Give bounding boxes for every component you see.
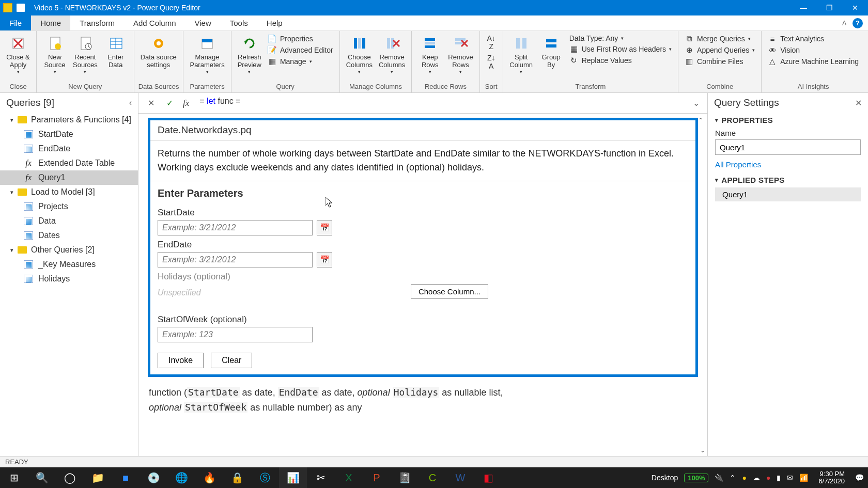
text-analytics-button[interactable]: ≡Text Analytics: [768, 34, 859, 43]
remove-rows-button[interactable]: Remove Rows▾: [446, 33, 475, 75]
expand-formula-button[interactable]: ⌄: [689, 96, 703, 111]
cancel-formula-button[interactable]: ✕: [143, 96, 159, 111]
recent-sources-button[interactable]: Recent Sources▾: [71, 33, 100, 75]
refresh-preview-button[interactable]: Refresh Preview▾: [236, 33, 264, 75]
properties-section[interactable]: ▾PROPERTIES: [715, 116, 861, 124]
keep-rows-button[interactable]: Keep Rows▾: [416, 33, 444, 75]
manage-button[interactable]: ▦Manage ▾: [268, 57, 333, 66]
view-tab[interactable]: View: [185, 15, 221, 30]
properties-button[interactable]: 📄Properties: [268, 34, 333, 43]
param-startofweek-input[interactable]: [158, 327, 313, 342]
clear-button[interactable]: Clear: [211, 353, 252, 368]
param-enddate-input[interactable]: [158, 252, 313, 267]
manage-parameters-button[interactable]: Manage Parameters▾: [188, 33, 226, 75]
ribbon-collapse-icon[interactable]: ᐱ: [842, 20, 846, 27]
task-red-icon[interactable]: ◧: [474, 467, 502, 488]
calendar-icon[interactable]: 📅: [317, 252, 332, 267]
tools-tab[interactable]: Tools: [221, 15, 257, 30]
scroll-down-icon[interactable]: ⌄: [700, 447, 705, 454]
split-column-button[interactable]: Split Column▾: [507, 33, 535, 75]
tray-bt-icon[interactable]: ▮: [777, 474, 781, 482]
help-tab[interactable]: Help: [257, 15, 292, 30]
choose-column-button[interactable]: Choose Column...: [411, 284, 488, 299]
applied-steps-section[interactable]: ▾APPLIED STEPS: [715, 176, 861, 184]
collapse-icon[interactable]: ‹: [129, 98, 132, 107]
task-zoom-icon[interactable]: ■: [112, 467, 140, 488]
task-disc-icon[interactable]: 💿: [140, 467, 167, 488]
datasource-settings-button[interactable]: Data source settings: [138, 33, 179, 70]
notifications-icon[interactable]: 💬: [855, 474, 864, 482]
all-properties-link[interactable]: All Properties: [715, 160, 761, 169]
task-excel-icon[interactable]: X: [335, 467, 363, 488]
task-explorer-icon[interactable]: 📁: [84, 467, 112, 488]
invoke-button[interactable]: Invoke: [158, 353, 204, 368]
group-by-button[interactable]: Group By: [537, 33, 565, 70]
replace-values-button[interactable]: ↻Replace Values: [569, 56, 672, 65]
tray-icon[interactable]: ●: [742, 474, 746, 482]
chevron-up-icon[interactable]: ⌃: [730, 474, 736, 482]
task-camtasia-icon[interactable]: C: [419, 467, 446, 488]
vision-button[interactable]: 👁Vision: [768, 45, 859, 55]
close-apply-button[interactable]: Close & Apply▾: [4, 33, 32, 75]
fx-icon[interactable]: fx: [180, 98, 192, 108]
calendar-icon[interactable]: 📅: [317, 220, 332, 235]
tree-folder[interactable]: ▾Other Queries [2]: [0, 243, 138, 257]
clock[interactable]: 9:30 PM6/7/2020: [814, 470, 849, 485]
task-powerpoint-icon[interactable]: P: [363, 467, 391, 488]
append-queries-button[interactable]: ⊕Append Queries ▾: [685, 45, 755, 55]
onedrive-icon[interactable]: ☁: [753, 474, 760, 482]
minimize-button[interactable]: —: [791, 0, 816, 15]
enter-data-button[interactable]: Enter Data: [102, 33, 130, 70]
tray-mail-icon[interactable]: ✉: [787, 474, 793, 482]
close-window-button[interactable]: ✕: [842, 0, 868, 15]
task-chrome-icon[interactable]: 🌐: [167, 467, 195, 488]
task-notes-icon[interactable]: 📓: [391, 467, 419, 488]
tree-item[interactable]: ▦EndDate: [0, 141, 138, 156]
maximize-button[interactable]: ❐: [816, 0, 842, 15]
tree-item[interactable]: ▦_Key Measures: [0, 257, 138, 272]
task-lock-icon[interactable]: 🔒: [223, 467, 251, 488]
datatype-dropdown[interactable]: Data Type: Any ▾: [569, 34, 672, 42]
first-row-headers-button[interactable]: ▦Use First Row as Headers ▾: [569, 44, 672, 54]
home-tab[interactable]: Home: [31, 15, 70, 30]
tree-item[interactable]: ▦Dates: [0, 228, 138, 243]
task-word-icon[interactable]: W: [446, 467, 474, 488]
combine-files-button[interactable]: ▥Combine Files: [685, 57, 755, 66]
sort-asc-button[interactable]: A↓Z: [484, 33, 499, 52]
wifi-icon[interactable]: 📶: [799, 474, 808, 482]
choose-columns-button[interactable]: Choose Columns▾: [344, 33, 375, 75]
tree-folder[interactable]: ▾Load to Model [3]: [0, 185, 138, 199]
desktop-button[interactable]: Desktop: [652, 474, 678, 482]
power-icon[interactable]: 🔌: [715, 474, 723, 482]
tree-folder[interactable]: ▾Parameters & Functions [4]: [0, 113, 138, 127]
new-source-button[interactable]: New Source▾: [41, 33, 69, 75]
close-settings-button[interactable]: ✕: [855, 98, 862, 108]
azure-ml-button[interactable]: △Azure Machine Learning: [768, 57, 859, 66]
merge-queries-button[interactable]: ⧉Merge Queries ▾: [685, 34, 755, 43]
formula-input[interactable]: = let func =: [194, 96, 687, 111]
task-skype-icon[interactable]: Ⓢ: [251, 467, 279, 488]
query-name-input[interactable]: [715, 139, 861, 155]
tree-item[interactable]: fxExtended Date Table: [0, 156, 138, 170]
tree-item[interactable]: ▦Projects: [0, 199, 138, 214]
task-powerbi-icon[interactable]: 📊: [279, 467, 307, 488]
battery-indicator[interactable]: 100%: [684, 474, 708, 482]
task-dragon-icon[interactable]: 🔥: [195, 467, 223, 488]
task-yandex-icon[interactable]: ◯: [56, 467, 84, 488]
task-snip-icon[interactable]: ✂: [307, 467, 335, 488]
transform-tab[interactable]: Transform: [70, 15, 124, 30]
tray-mic-icon[interactable]: ●: [766, 474, 770, 482]
scroll-up-icon[interactable]: ⌃: [696, 116, 705, 125]
start-button[interactable]: ⊞: [0, 467, 28, 488]
remove-columns-button[interactable]: Remove Columns▾: [377, 33, 407, 75]
addcolumn-tab[interactable]: Add Column: [124, 15, 185, 30]
applied-step[interactable]: Query1: [715, 187, 861, 201]
sort-desc-button[interactable]: Z↓A: [484, 53, 499, 71]
file-tab[interactable]: File: [0, 15, 31, 30]
tree-item[interactable]: fxQuery1: [0, 170, 138, 185]
tree-item[interactable]: ▦Data: [0, 214, 138, 228]
tree-item[interactable]: ▦Holidays: [0, 272, 138, 286]
search-icon[interactable]: 🔍: [28, 467, 56, 488]
commit-formula-button[interactable]: ✓: [161, 96, 178, 111]
tree-item[interactable]: ▦StartDate: [0, 127, 138, 141]
